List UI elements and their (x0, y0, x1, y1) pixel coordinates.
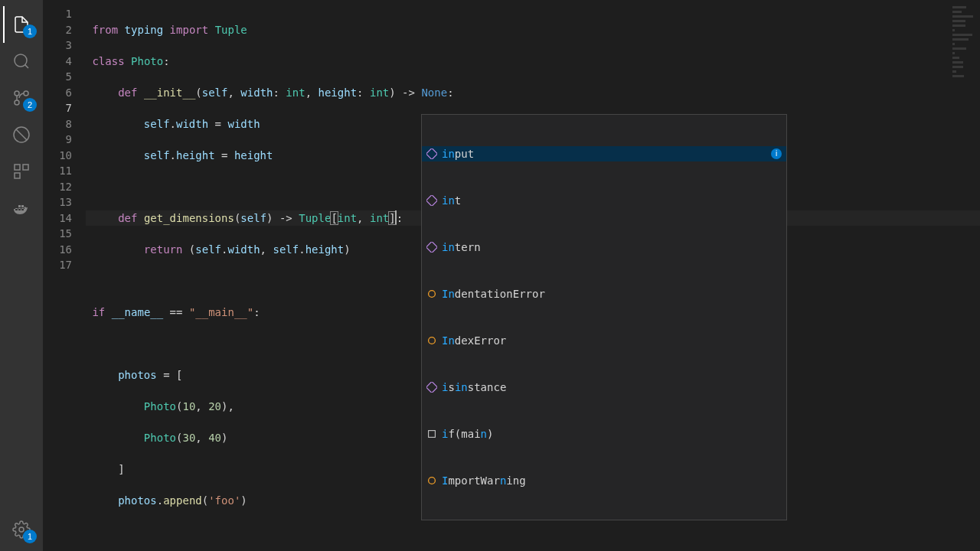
method-icon (426, 148, 437, 159)
autocomplete-label: int (442, 193, 461, 209)
autocomplete-popup[interactable]: input i int intern IndentationError (421, 114, 787, 520)
autocomplete-item[interactable]: ImportWarning (422, 473, 786, 488)
code-line: class Photo: (86, 54, 980, 70)
autocomplete-item[interactable]: intern (422, 240, 786, 255)
autocomplete-item[interactable]: int (422, 193, 786, 208)
extensions-icon[interactable] (3, 153, 40, 190)
svg-point-4 (15, 91, 19, 96)
editor-area[interactable]: 1234 5678 9101112 13141516 17 from typin… (43, 0, 980, 551)
autocomplete-label: IndexError (442, 333, 506, 349)
code-line (86, 524, 980, 540)
code-content[interactable]: from typing import Tuple class Photo: de… (86, 0, 980, 551)
svg-rect-12 (426, 195, 437, 206)
method-icon (426, 242, 437, 253)
autocomplete-item[interactable]: IndexError (422, 333, 786, 348)
svg-point-15 (429, 337, 436, 344)
explorer-badge: 1 (23, 24, 37, 38)
autocomplete-label: if(main) (442, 426, 493, 442)
autocomplete-label: isinstance (442, 380, 506, 396)
line-gutter: 1234 5678 9101112 13141516 17 (43, 0, 86, 551)
svg-point-3 (15, 100, 19, 105)
svg-rect-7 (15, 165, 20, 170)
debug-icon[interactable] (3, 116, 40, 153)
search-icon[interactable] (3, 43, 40, 80)
class-icon (426, 195, 437, 206)
svg-point-10 (19, 527, 24, 532)
activity-bar: 1 2 1 (0, 0, 43, 551)
svg-point-0 (15, 54, 27, 67)
autocomplete-item[interactable]: if(main) (422, 426, 786, 442)
svg-rect-13 (426, 242, 437, 253)
svg-line-1 (25, 65, 28, 68)
gear-badge: 1 (23, 530, 37, 543)
minimap[interactable] (952, 6, 975, 121)
svg-rect-17 (429, 431, 436, 438)
code-line: from typing import Tuple (86, 22, 980, 38)
class-icon (426, 475, 437, 486)
autocomplete-item[interactable]: input i (422, 146, 786, 161)
svg-rect-8 (23, 165, 28, 170)
scm-badge: 2 (23, 98, 37, 112)
svg-rect-11 (426, 148, 437, 159)
svg-rect-16 (426, 382, 437, 393)
autocomplete-label: ImportWarning (442, 473, 526, 489)
autocomplete-label: intern (442, 240, 481, 256)
class-icon (426, 289, 437, 299)
svg-point-14 (429, 291, 436, 298)
method-icon (426, 382, 437, 393)
autocomplete-label: IndentationError (442, 286, 545, 302)
info-icon[interactable]: i (771, 148, 782, 159)
autocomplete-item[interactable]: isinstance (422, 380, 786, 395)
docker-icon[interactable] (3, 190, 40, 227)
settings-gear-icon[interactable]: 1 (3, 511, 40, 548)
class-icon (426, 335, 437, 346)
code-line: def __init__(self, width: int, height: i… (86, 85, 980, 101)
svg-line-6 (16, 129, 27, 140)
svg-point-18 (429, 478, 436, 484)
snippet-icon (426, 429, 437, 439)
main-area: 1234 5678 9101112 13141516 17 from typin… (43, 0, 980, 551)
svg-point-2 (24, 91, 28, 96)
autocomplete-label: input (442, 146, 474, 162)
explorer-icon[interactable]: 1 (3, 6, 40, 43)
scm-icon[interactable]: 2 (3, 80, 40, 116)
autocomplete-item[interactable]: IndentationError (422, 286, 786, 302)
svg-rect-9 (15, 173, 20, 178)
